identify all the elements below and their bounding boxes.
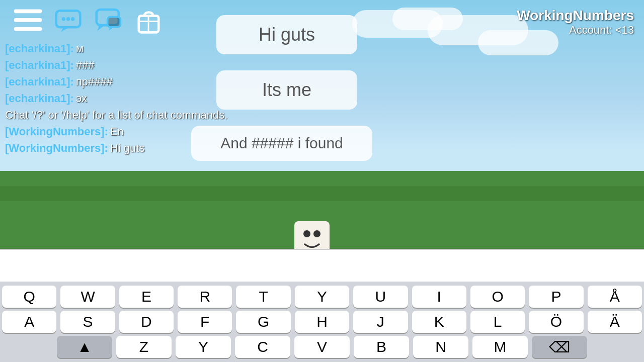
- key-i[interactable]: I: [412, 286, 466, 308]
- backspace-key[interactable]: ⌫: [532, 336, 587, 358]
- username-display: WorkingNumbers: [517, 8, 634, 24]
- chat-line-3: [echarkina1]: пр####: [5, 73, 287, 90]
- chat-msg-3: пр####: [76, 73, 113, 90]
- key-b[interactable]: B: [354, 336, 409, 358]
- chat-line-6: [WorkingNumbers]: Hi guts: [5, 140, 287, 156]
- chat-msg-5: En: [110, 123, 124, 140]
- key-p[interactable]: P: [529, 286, 583, 308]
- key-e[interactable]: E: [119, 286, 174, 308]
- chat-line-4: [echarkina1]: эх: [5, 90, 287, 107]
- chat-line-2: [echarkina1]: ###: [5, 57, 287, 73]
- chat-log: [echarkina1]: м [echarkina1]: ### [echar…: [5, 40, 287, 156]
- chat-username-1: [echarkina1]:: [5, 40, 74, 57]
- chat-msg-1: м: [76, 40, 84, 57]
- key-f[interactable]: F: [178, 311, 232, 333]
- svg-point-4: [61, 17, 65, 21]
- svg-point-13: [303, 230, 310, 237]
- chat-username-6: [WorkingNumbers]:: [5, 140, 108, 156]
- key-a[interactable]: A: [2, 311, 56, 333]
- chat-username-3: [echarkina1]:: [5, 73, 74, 90]
- chat-input-bar[interactable]: [0, 249, 644, 282]
- svg-rect-8: [107, 17, 120, 27]
- svg-point-5: [66, 17, 69, 21]
- key-r[interactable]: R: [178, 286, 232, 308]
- keyboard-row-1: QWERTYUIOPÅ: [2, 286, 642, 308]
- shift-key[interactable]: ▲: [57, 336, 112, 358]
- key-w[interactable]: W: [60, 286, 115, 308]
- key-y[interactable]: Y: [295, 286, 349, 308]
- friends-button[interactable]: [50, 3, 86, 38]
- svg-rect-1: [14, 18, 42, 22]
- menu-button[interactable]: [10, 3, 45, 38]
- chat-username-2: [echarkina1]:: [5, 57, 74, 73]
- svg-point-14: [313, 230, 320, 237]
- chat-text-input[interactable]: [8, 253, 636, 279]
- chat-msg-2: ###: [76, 57, 95, 73]
- svg-point-6: [71, 17, 74, 21]
- keyboard-row-3: ▲ZYCVBNM⌫: [2, 336, 642, 358]
- key-t[interactable]: T: [236, 286, 290, 308]
- key-ö[interactable]: Ö: [529, 311, 583, 333]
- key-c[interactable]: C: [235, 336, 290, 358]
- key-s[interactable]: S: [60, 311, 115, 333]
- key-q[interactable]: Q: [2, 286, 56, 308]
- chat-line-system: Chat '/?' or '/help' for a list of chat …: [5, 107, 287, 123]
- chat-msg-6: Hi guts: [110, 140, 144, 156]
- key-z[interactable]: Z: [116, 336, 172, 358]
- key-ä[interactable]: Ä: [588, 311, 642, 333]
- key-k[interactable]: K: [412, 311, 466, 333]
- key-j[interactable]: J: [353, 311, 408, 333]
- key-y[interactable]: Y: [176, 336, 231, 358]
- key-m[interactable]: M: [472, 336, 528, 358]
- key-h[interactable]: H: [295, 311, 349, 333]
- chat-username-5: [WorkingNumbers]:: [5, 123, 108, 140]
- chat-msg-4: эх: [76, 90, 87, 107]
- ground-strip: [0, 186, 644, 201]
- key-v[interactable]: V: [294, 336, 350, 358]
- chat-username-4: [echarkina1]:: [5, 90, 74, 107]
- on-screen-keyboard: QWERTYUIOPÅ ASDFGHJKLÖÄ ▲ZYCVBNM⌫: [0, 282, 644, 362]
- chat-button[interactable]: [91, 3, 126, 38]
- key-o[interactable]: O: [470, 286, 525, 308]
- account-info: WorkingNumbers Account: <13: [517, 8, 634, 37]
- keyboard-row-2: ASDFGHJKLÖÄ: [2, 311, 642, 333]
- svg-rect-0: [14, 9, 42, 13]
- key-g[interactable]: G: [236, 311, 290, 333]
- account-age-label: Account: <13: [517, 24, 634, 37]
- key-u[interactable]: U: [353, 286, 408, 308]
- chat-system-msg: Chat '/?' or '/help' for a list of chat …: [5, 107, 227, 123]
- key-å[interactable]: Å: [588, 286, 642, 308]
- chat-line-1: [echarkina1]: м: [5, 40, 287, 57]
- svg-rect-2: [14, 27, 42, 31]
- key-l[interactable]: L: [470, 311, 525, 333]
- inventory-button[interactable]: [131, 3, 166, 38]
- key-d[interactable]: D: [119, 311, 174, 333]
- chat-line-5: [WorkingNumbers]: En: [5, 123, 287, 140]
- key-n[interactable]: N: [413, 336, 468, 358]
